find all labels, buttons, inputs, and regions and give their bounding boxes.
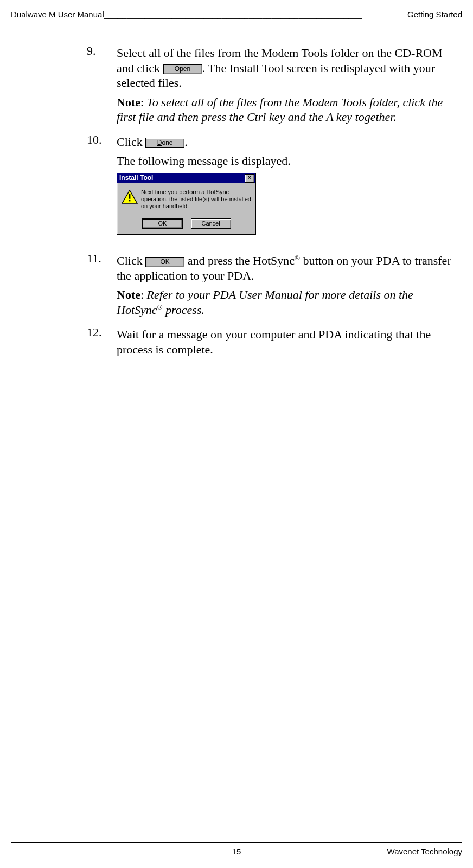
step-number: 10. (87, 132, 117, 235)
step-9: 9. Select all of the files from the Mode… (87, 43, 461, 129)
header-doc-title: Dualwave M User Manual (11, 10, 104, 19)
dialog-cancel-button[interactable]: Cancel (191, 218, 231, 229)
dialog-ok-button[interactable]: OK (142, 218, 183, 229)
dialog-title: Install Tool (119, 174, 245, 182)
step-number: 9. (87, 43, 117, 129)
svg-rect-1 (129, 194, 131, 198)
step-10: 10. Click Done. The following message is… (87, 132, 461, 235)
dialog-message: Next time you perform a HotSync operatio… (141, 189, 251, 210)
done-button[interactable]: Done (145, 138, 184, 148)
warning-icon (122, 189, 141, 210)
dialog-titlebar: Install Tool × (117, 173, 255, 183)
body-content: 9. Select all of the files from the Mode… (87, 43, 461, 361)
install-tool-dialog: Install Tool × (117, 173, 256, 235)
step-number: 11. (87, 251, 117, 322)
step-number: 12. (87, 325, 117, 361)
step-10-followup: The following message is displayed. (117, 153, 461, 169)
page-header: Dualwave M User Manual _________________… (11, 10, 462, 19)
page-number: 15 (232, 847, 241, 856)
header-section: Getting Started (407, 10, 462, 19)
step-12: 12. Wait for a message on your computer … (87, 325, 461, 361)
header-rule: ________________________________________… (104, 10, 407, 19)
ok-button[interactable]: OK (145, 257, 184, 267)
page-footer: 15 Wavenet Technology (11, 842, 462, 856)
step-11: 11. Click OK and press the HotSync® butt… (87, 251, 461, 322)
step-11-note: Note: Refer to your PDA User Manual for … (117, 287, 461, 317)
step-11-text: Click OK and press the HotSync® button o… (117, 253, 461, 283)
step-9-note: Note: To select all of the files from th… (117, 95, 461, 125)
footer-company: Wavenet Technology (241, 847, 462, 856)
close-icon[interactable]: × (245, 174, 254, 183)
step-10-text: Click Done. (117, 134, 461, 150)
step-12-text: Wait for a message on your computer and … (117, 327, 461, 357)
open-button[interactable]: Open (163, 64, 202, 74)
step-9-text: Select all of the files from the Modem T… (117, 46, 461, 91)
svg-rect-2 (129, 200, 131, 201)
